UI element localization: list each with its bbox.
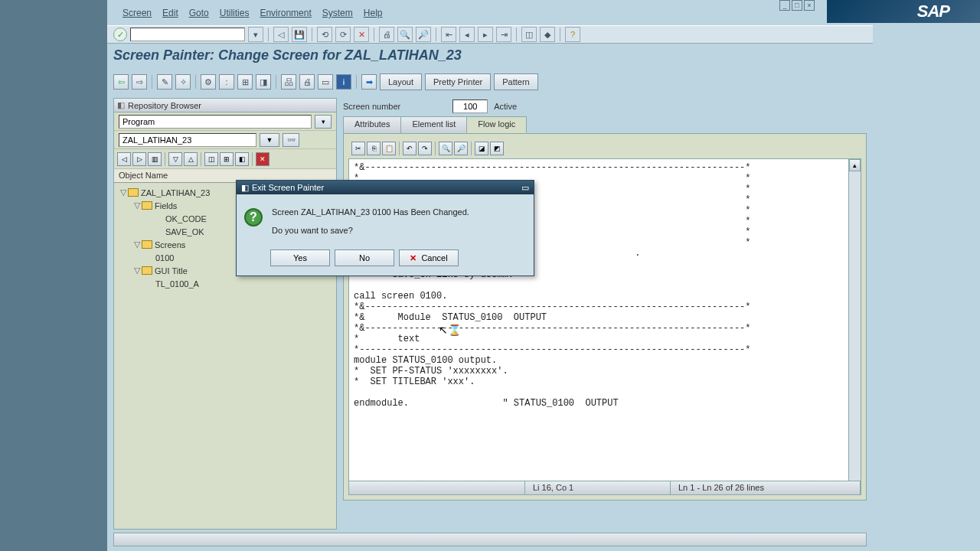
tree-gui-title[interactable]: GUI Title bbox=[155, 266, 188, 276]
tree3-icon[interactable]: ◧ bbox=[235, 152, 249, 166]
exit-dialog: ◧Exit Screen Painter ▭ ? Screen ZAL_LATI… bbox=[236, 180, 534, 276]
ed-copy-icon[interactable]: ⎘ bbox=[367, 142, 381, 155]
app-toolbar: ⇦ ⇨ ✎ ✧ ⚙ : ⊞ ◨ 品 🖨 ▭ i ➡ Layout Pretty … bbox=[113, 73, 538, 91]
close-tree-icon[interactable]: ✕ bbox=[256, 152, 270, 166]
help-icon[interactable]: ? bbox=[565, 27, 580, 42]
findnext-icon[interactable]: 🔎 bbox=[416, 27, 431, 42]
menubar: Screen Edit Goto Utilities Environment S… bbox=[107, 8, 382, 24]
nav-up-icon[interactable]: ▥ bbox=[148, 152, 162, 166]
layout-arrow-icon[interactable]: ➡ bbox=[361, 74, 377, 90]
program-dd-icon[interactable]: ▼ bbox=[260, 133, 279, 147]
test-icon[interactable]: ⚙ bbox=[201, 74, 216, 90]
menu-utilities[interactable]: Utilities bbox=[220, 8, 250, 24]
cancel-button[interactable]: ✕Cancel bbox=[399, 249, 459, 266]
save-icon[interactable]: 💾 bbox=[292, 27, 307, 42]
tree-gui-item[interactable]: TL_0100_A bbox=[155, 279, 199, 289]
tree-field-okcode[interactable]: OK_CODE bbox=[165, 214, 207, 223]
hier-icon[interactable]: 品 bbox=[281, 74, 296, 90]
editor-statusbar: Li 16, Co 1 Ln 1 - Ln 26 of 26 lines bbox=[349, 481, 861, 494]
ed-bookmark-icon[interactable]: ◪ bbox=[475, 142, 488, 155]
tree-fields[interactable]: Fields bbox=[155, 201, 177, 210]
screen-editor: Screen number Active Attributes Element … bbox=[343, 98, 867, 511]
nav-back2-icon[interactable]: ◁ bbox=[117, 152, 131, 166]
status-li: Li 16, Co 1 bbox=[525, 481, 671, 494]
shortcut-icon[interactable]: ◆ bbox=[540, 27, 555, 42]
menu-system[interactable]: System bbox=[322, 8, 353, 24]
expand-icon[interactable]: △ bbox=[184, 152, 198, 166]
ed-cut-icon[interactable]: ✂ bbox=[351, 142, 365, 155]
ed-findnext-icon[interactable]: 🔎 bbox=[454, 142, 468, 155]
screen-number-input[interactable] bbox=[452, 99, 488, 113]
prev-icon[interactable]: ◂ bbox=[459, 27, 475, 42]
nav-back-icon[interactable]: ⇦ bbox=[113, 74, 129, 90]
menu-environment[interactable]: Environment bbox=[260, 8, 311, 24]
bottom-statusbar bbox=[113, 533, 867, 546]
menu-edit[interactable]: Edit bbox=[162, 8, 178, 24]
tree2-icon[interactable]: ⊞ bbox=[220, 152, 234, 166]
program-name-input[interactable] bbox=[119, 133, 256, 147]
first-icon[interactable]: ⇤ bbox=[441, 27, 456, 42]
layout-button[interactable]: Layout bbox=[380, 73, 422, 90]
menu-help[interactable]: Help bbox=[364, 8, 383, 24]
glasses-icon[interactable]: 👓 bbox=[283, 133, 299, 147]
menu-screen[interactable]: Screen bbox=[122, 8, 152, 24]
tree1-icon[interactable]: ◫ bbox=[204, 152, 218, 166]
ed-bookmark2-icon[interactable]: ◩ bbox=[490, 142, 504, 155]
ed-paste-icon[interactable]: 📋 bbox=[382, 142, 396, 155]
window-controls[interactable]: _□× bbox=[779, 0, 815, 11]
pattern-button[interactable]: Pattern bbox=[494, 73, 537, 90]
nav-fwd2-icon[interactable]: ▷ bbox=[132, 152, 146, 166]
collapse-icon[interactable]: ▽ bbox=[168, 152, 182, 166]
other-icon[interactable]: ⊞ bbox=[237, 74, 253, 90]
pretty-printer-button[interactable]: Pretty Printer bbox=[425, 73, 491, 90]
screen-number-label: Screen number bbox=[343, 102, 400, 111]
scroll-up-icon[interactable]: ▴ bbox=[849, 159, 861, 171]
disp-icon[interactable]: ◨ bbox=[256, 74, 271, 90]
dialog-line1: Screen ZAL_LATIHAN_23 0100 Has Been Chan… bbox=[272, 205, 469, 219]
tree-field-saveok[interactable]: SAVE_OK bbox=[165, 227, 204, 236]
next-icon[interactable]: ▸ bbox=[478, 27, 493, 42]
standard-toolbar: ✓ ▾ ◁ 💾 ⟲ ⟳ ✕ 🖨 🔍 🔎 ⇤ ◂ ▸ ⇥ ◫ ◆ ? bbox=[107, 25, 873, 44]
ed-redo-icon[interactable]: ↷ bbox=[418, 142, 432, 155]
repo-header: Repository Browser bbox=[114, 99, 336, 112]
back2-icon[interactable]: ⟲ bbox=[317, 27, 332, 42]
check-icon[interactable]: ✎ bbox=[157, 74, 172, 90]
cancel-x-icon: ✕ bbox=[410, 253, 416, 263]
last-icon[interactable]: ⇥ bbox=[496, 27, 511, 42]
dialog-titlebar[interactable]: ◧Exit Screen Painter ▭ bbox=[237, 181, 534, 194]
menu-goto[interactable]: Goto bbox=[189, 8, 209, 24]
command-field[interactable] bbox=[130, 28, 245, 41]
sap-logo: SAP bbox=[827, 0, 980, 23]
enter-icon[interactable]: ✓ bbox=[113, 28, 127, 41]
tab-flow-logic[interactable]: Flow logic bbox=[466, 116, 527, 133]
tabs: Attributes Element list Flow logic bbox=[343, 116, 867, 133]
tree-screen-0100[interactable]: 0100 bbox=[155, 253, 174, 262]
editor-toolbar: ✂ ⎘ 📋 ↶ ↷ 🔍 🔎 ◪ ◩ bbox=[348, 139, 861, 158]
exit-icon[interactable]: ⟳ bbox=[335, 27, 351, 42]
program-type-dd-icon[interactable]: ▾ bbox=[315, 115, 332, 129]
new-session-icon[interactable]: ◫ bbox=[521, 27, 537, 42]
activate-icon[interactable]: ✧ bbox=[175, 74, 191, 90]
editor-scrollbar[interactable]: ▴ ▾ bbox=[848, 159, 861, 494]
where-icon[interactable]: : bbox=[219, 74, 234, 90]
tab-element-list[interactable]: Element list bbox=[400, 116, 467, 133]
ed-find-icon[interactable]: 🔍 bbox=[439, 142, 452, 155]
find-icon[interactable]: 🔍 bbox=[397, 27, 413, 42]
tab-attributes[interactable]: Attributes bbox=[343, 116, 401, 133]
program-type-input[interactable] bbox=[119, 115, 312, 129]
print2-icon[interactable]: 🖨 bbox=[299, 74, 315, 90]
cancel-icon[interactable]: ✕ bbox=[354, 27, 369, 42]
tree-screens[interactable]: Screens bbox=[155, 240, 185, 249]
print-icon[interactable]: 🖨 bbox=[379, 27, 394, 42]
ed-undo-icon[interactable]: ↶ bbox=[403, 142, 416, 155]
dialog-close-icon[interactable]: ▭ bbox=[521, 183, 529, 193]
no-button[interactable]: No bbox=[335, 249, 394, 266]
info-icon[interactable]: i bbox=[336, 74, 351, 90]
full-icon[interactable]: ▭ bbox=[318, 74, 333, 90]
back-icon[interactable]: ◁ bbox=[273, 27, 289, 42]
nav-fwd-icon[interactable]: ⇨ bbox=[132, 74, 147, 90]
tree-root[interactable]: ZAL_LATIHAN_23 bbox=[141, 188, 210, 197]
yes-button[interactable]: Yes bbox=[270, 249, 330, 266]
repo-toolbar: ◁ ▷ ▥ ▽ △ ◫ ⊞ ◧ ✕ bbox=[114, 149, 336, 169]
dropdown-icon[interactable]: ▾ bbox=[248, 27, 263, 42]
